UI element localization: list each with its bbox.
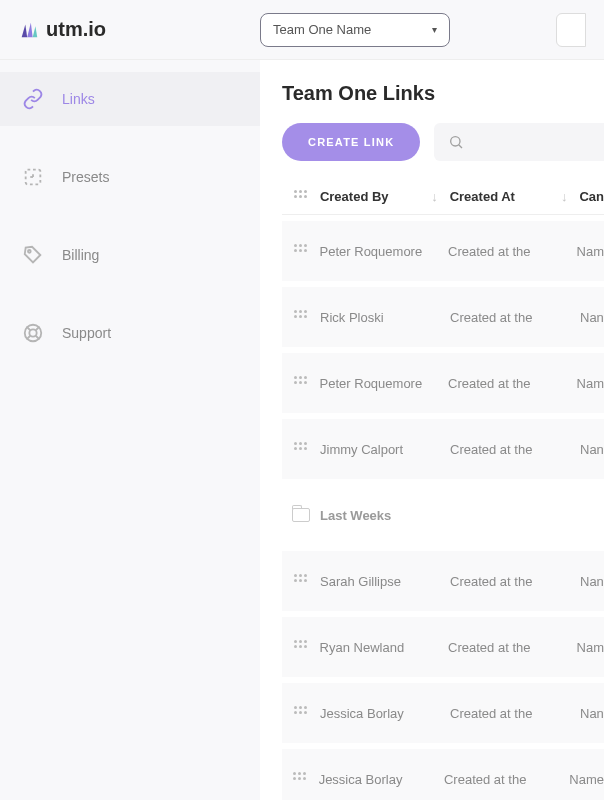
row-grip[interactable] bbox=[282, 376, 320, 390]
row-grip[interactable] bbox=[282, 310, 320, 324]
sort-arrow-icon: ↓ bbox=[561, 189, 580, 204]
column-header-campaign[interactable]: Can bbox=[579, 189, 604, 204]
svg-line-11 bbox=[459, 145, 462, 148]
sidebar-item-label: Presets bbox=[62, 169, 109, 185]
team-selector[interactable]: Team One Name ▾ bbox=[260, 13, 450, 47]
logo-icon bbox=[18, 19, 40, 41]
column-label: Created By bbox=[320, 189, 389, 204]
cell-campaign: Nam bbox=[577, 376, 604, 391]
link-icon bbox=[22, 88, 44, 110]
grip-icon bbox=[294, 244, 308, 258]
folder-icon-cell[interactable] bbox=[282, 508, 320, 522]
column-header-created-by[interactable]: Created By ↓ bbox=[320, 189, 450, 204]
cell-created-at: Created at the bbox=[450, 310, 580, 325]
svg-line-9 bbox=[36, 336, 40, 340]
cell-campaign: Name bbox=[569, 772, 604, 787]
cell-created-by: Ryan Newland bbox=[320, 640, 449, 655]
grip-icon bbox=[294, 706, 308, 720]
svg-line-6 bbox=[27, 327, 31, 331]
action-row: CREATE LINK bbox=[282, 123, 604, 161]
row-grip[interactable] bbox=[282, 574, 320, 588]
cell-created-at: Created at the bbox=[444, 772, 569, 787]
svg-line-7 bbox=[36, 327, 40, 331]
svg-point-3 bbox=[28, 250, 31, 253]
cell-created-by: Peter Roquemore bbox=[320, 244, 449, 259]
cell-created-at: Created at the bbox=[448, 244, 577, 259]
team-selector-label: Team One Name bbox=[273, 22, 371, 37]
folder-label: Last Weeks bbox=[320, 508, 391, 523]
cell-created-by: Jimmy Calport bbox=[320, 442, 450, 457]
folder-row[interactable]: Last Weeks bbox=[282, 485, 604, 545]
grip-icon bbox=[294, 640, 308, 654]
column-header-created-at[interactable]: Created At ↓ bbox=[450, 189, 580, 204]
table-row[interactable]: Jessica BorlayCreated at theNan bbox=[282, 683, 604, 743]
sidebar-item-billing[interactable]: Billing bbox=[0, 228, 260, 282]
grip-icon bbox=[294, 376, 308, 390]
layout: Links Presets Billing bbox=[0, 60, 604, 800]
support-icon bbox=[22, 322, 44, 344]
grip-icon bbox=[293, 772, 307, 786]
presets-icon bbox=[22, 166, 44, 188]
row-grip[interactable] bbox=[282, 442, 320, 456]
search-input[interactable] bbox=[434, 123, 604, 161]
cell-campaign: Nan bbox=[580, 706, 604, 721]
cell-campaign: Nan bbox=[580, 310, 604, 325]
page-title: Team One Links bbox=[282, 82, 604, 105]
row-grip[interactable] bbox=[282, 706, 320, 720]
cell-created-by: Peter Roquemore bbox=[320, 376, 449, 391]
table-body: Peter RoquemoreCreated at theNamRick Plo… bbox=[282, 221, 604, 800]
topbar-right-control[interactable] bbox=[556, 13, 586, 47]
cell-created-by: Sarah Gillipse bbox=[320, 574, 450, 589]
grip-icon bbox=[294, 190, 308, 204]
logo-text: utm.io bbox=[46, 18, 106, 41]
svg-line-8 bbox=[27, 336, 31, 340]
column-label: Can bbox=[579, 189, 604, 204]
table-row[interactable]: Ryan NewlandCreated at theNam bbox=[282, 617, 604, 677]
table-row[interactable]: Sarah GillipseCreated at theNan bbox=[282, 551, 604, 611]
cell-created-at: Created at the bbox=[450, 574, 580, 589]
row-grip[interactable] bbox=[282, 640, 320, 654]
table-row[interactable]: Peter RoquemoreCreated at theNam bbox=[282, 353, 604, 413]
cell-campaign: Nan bbox=[580, 442, 604, 457]
topbar: utm.io Team One Name ▾ bbox=[0, 0, 604, 60]
sidebar-item-label: Support bbox=[62, 325, 111, 341]
billing-icon bbox=[22, 244, 44, 266]
table-header: Created By ↓ Created At ↓ Can bbox=[282, 179, 604, 215]
sidebar-item-label: Links bbox=[62, 91, 95, 107]
row-grip[interactable] bbox=[282, 772, 319, 786]
cell-created-by: Rick Ploski bbox=[320, 310, 450, 325]
cell-created-at: Created at the bbox=[448, 640, 577, 655]
table-row[interactable]: Peter RoquemoreCreated at theNam bbox=[282, 221, 604, 281]
sidebar-item-label: Billing bbox=[62, 247, 99, 263]
cell-campaign: Nam bbox=[577, 640, 604, 655]
table-row[interactable]: Jimmy CalportCreated at theNan bbox=[282, 419, 604, 479]
cell-created-at: Created at the bbox=[450, 706, 580, 721]
svg-point-5 bbox=[29, 329, 36, 336]
create-link-button[interactable]: CREATE LINK bbox=[282, 123, 420, 161]
grip-icon bbox=[294, 442, 308, 456]
sidebar-item-presets[interactable]: Presets bbox=[0, 150, 260, 204]
cell-created-at: Created at the bbox=[450, 442, 580, 457]
svg-point-10 bbox=[451, 137, 460, 146]
search-icon bbox=[448, 134, 464, 150]
sidebar-item-support[interactable]: Support bbox=[0, 306, 260, 360]
table-row[interactable]: Jessica BorlayCreated at theName bbox=[282, 749, 604, 800]
table-row[interactable]: Rick PloskiCreated at theNan bbox=[282, 287, 604, 347]
grip-icon bbox=[294, 310, 308, 324]
row-grip[interactable] bbox=[282, 244, 320, 258]
folder-icon bbox=[292, 508, 310, 522]
cell-created-by: Jessica Borlay bbox=[320, 706, 450, 721]
cell-created-at: Created at the bbox=[448, 376, 577, 391]
sort-arrow-icon: ↓ bbox=[431, 189, 450, 204]
cell-campaign: Nam bbox=[577, 244, 604, 259]
cell-campaign: Nan bbox=[580, 574, 604, 589]
column-grip bbox=[282, 190, 320, 204]
sidebar: Links Presets Billing bbox=[0, 60, 260, 800]
cell-created-by: Jessica Borlay bbox=[319, 772, 444, 787]
logo[interactable]: utm.io bbox=[18, 18, 260, 41]
sidebar-item-links[interactable]: Links bbox=[0, 72, 260, 126]
main-content: Team One Links CREATE LINK Created By ↓ bbox=[260, 60, 604, 800]
chevron-down-icon: ▾ bbox=[432, 24, 437, 35]
grip-icon bbox=[294, 574, 308, 588]
column-label: Created At bbox=[450, 189, 515, 204]
